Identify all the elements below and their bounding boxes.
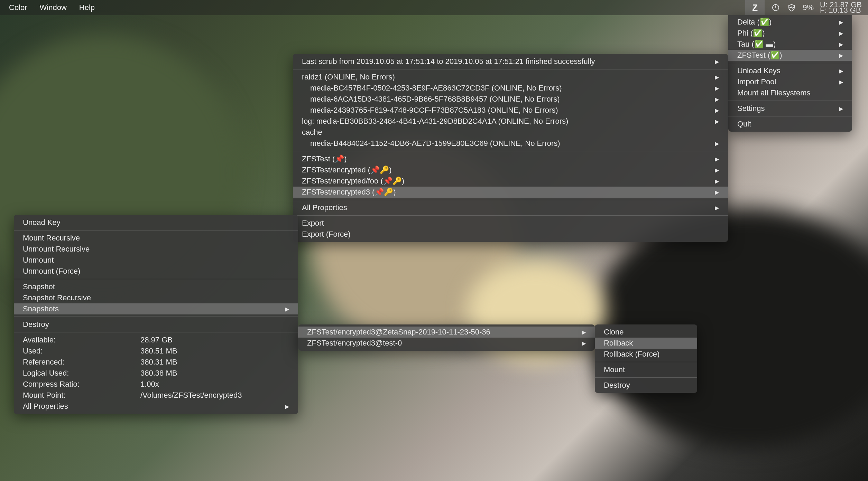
disk-free-label: F: (820, 8, 827, 13)
all-properties[interactable]: All Properties▶ (293, 202, 728, 213)
menu-label: Import Pool (737, 77, 776, 86)
menubar-left: Color Window Help (3, 0, 101, 15)
chevron-right-icon: ▶ (825, 52, 843, 59)
menu-label: Export (302, 219, 324, 228)
dataset-label: ZFSTest (📌) (302, 154, 347, 163)
snapshots[interactable]: Snapshots▶ (14, 303, 298, 314)
menu-separator (728, 63, 852, 63)
vdev-disk[interactable]: media-6ACA15D3-4381-465D-9B66-5F768B8B94… (293, 94, 728, 105)
quit[interactable]: Quit (728, 119, 852, 130)
snapshot-action-menu: Clone Rollback Rollback (Force) Mount De… (595, 324, 697, 393)
import-pool[interactable]: Import Pool▶ (728, 76, 852, 87)
menu-label: Unmount Recursive (23, 245, 90, 254)
dataset-label: ZFSTest/encrypted/foo (📌🔑) (302, 177, 404, 186)
pool-detail-menu: Last scrub from 2019.10.05 at 17:51:14 t… (293, 54, 728, 242)
vdev-cache[interactable]: cache (293, 127, 728, 138)
prop-value: 1.00x (140, 380, 159, 389)
menu-separator (595, 362, 697, 362)
power-icon[interactable] (771, 3, 781, 12)
destroy[interactable]: Destroy (595, 380, 697, 391)
pool-label: Phi (✅) (737, 29, 765, 38)
menu-separator (14, 332, 298, 332)
menu-label: Clone (604, 328, 624, 337)
mount[interactable]: Mount (595, 364, 697, 375)
dataset-encrypted[interactable]: ZFSTest/encrypted (📌🔑)▶ (293, 164, 728, 176)
pool-label: ZFSTest (✅) (737, 51, 782, 60)
chevron-right-icon: ▶ (701, 167, 719, 173)
vdev-label: raidz1 (ONLINE, No Errors) (302, 73, 395, 82)
battery-percent: 9% (803, 3, 814, 12)
menu-help[interactable]: Help (73, 0, 101, 15)
menubar: Color Window Help Z 9% U:21.87 GB F:10.1… (0, 0, 868, 15)
mount-all-filesystems[interactable]: Mount all Filesystems (728, 87, 852, 98)
prop-label: Logical Used: (23, 369, 140, 378)
z-status-icon[interactable]: Z (745, 0, 765, 15)
unload-key[interactable]: Unoad Key (14, 217, 298, 228)
vdev-label: media-B4484024-1152-4DB6-AE7D-1599E80E3C… (310, 139, 560, 148)
vdev-raidz1[interactable]: raidz1 (ONLINE, No Errors)▶ (293, 72, 728, 83)
scrub-status[interactable]: Last scrub from 2019.10.05 at 17:51:14 t… (293, 56, 728, 67)
shield-icon[interactable] (787, 3, 796, 12)
pool-label: Delta (✅) (737, 18, 772, 27)
pool-item-phi[interactable]: Phi (✅)▶ (728, 28, 852, 39)
menu-label: Unmount (23, 256, 54, 265)
chevron-right-icon: ▶ (701, 58, 719, 65)
vdev-cache-disk[interactable]: media-B4484024-1152-4DB6-AE7D-1599E80E3C… (293, 138, 728, 149)
menu-window[interactable]: Window (34, 0, 73, 15)
clone[interactable]: Clone (595, 327, 697, 338)
snapshot-item[interactable]: ZFSTest/encrypted3@test-0▶ (298, 338, 595, 349)
destroy[interactable]: Destroy (14, 319, 298, 330)
pool-item-delta[interactable]: Delta (✅)▶ (728, 17, 852, 28)
vdev-label: log: media-EB30BB33-2484-4B41-A431-29D8B… (302, 117, 568, 126)
prop-label: Mount Point: (23, 391, 140, 400)
snapshots-menu: ZFSTest/encrypted3@ZetaSnap-2019-10-11-2… (298, 324, 595, 351)
dataset-menu: Unoad Key Mount Recursive Unmount Recurs… (14, 215, 298, 414)
snapshot[interactable]: Snapshot (14, 281, 298, 292)
snapshot-recursive[interactable]: Snapshot Recursive (14, 292, 298, 303)
export-force[interactable]: Export (Force) (293, 229, 728, 240)
pool-item-zfstest[interactable]: ZFSTest (✅)▶ (728, 50, 852, 61)
prop-label: Available: (23, 336, 140, 345)
snapshot-item[interactable]: ZFSTest/encrypted3@ZetaSnap-2019-10-11-2… (298, 327, 595, 338)
menu-label: Unload Keys (737, 66, 781, 75)
chevron-right-icon: ▶ (271, 306, 289, 312)
vdev-disk[interactable]: media-BC457B4F-0502-4253-8E9F-AE863C72CD… (293, 83, 728, 94)
snapshot-label: ZFSTest/encrypted3@test-0 (307, 339, 402, 348)
vdev-disk[interactable]: media-24393765-F819-4748-9CCF-F73B87C5A1… (293, 105, 728, 116)
snapshot-label: ZFSTest/encrypted3@ZetaSnap-2019-10-11-2… (307, 328, 490, 337)
menu-color[interactable]: Color (3, 0, 34, 15)
menu-separator (14, 279, 298, 279)
menu-label: Snapshot Recursive (23, 293, 91, 302)
pools-menu: Delta (✅)▶ Phi (✅)▶ Tau (✅ ▬)▶ ZFSTest (… (728, 15, 852, 132)
pool-label: Tau (✅ ▬) (737, 40, 776, 49)
menu-label: Unmount (Force) (23, 267, 80, 276)
menu-label: Rollback (Force) (604, 350, 659, 359)
mount-recursive[interactable]: Mount Recursive (14, 233, 298, 244)
dataset-encrypted-foo[interactable]: ZFSTest/encrypted/foo (📌🔑)▶ (293, 176, 728, 187)
vdev-label: media-24393765-F819-4748-9CCF-F73B87C5A1… (310, 106, 558, 115)
prop-label: Compress Ratio: (23, 380, 140, 389)
chevron-right-icon: ▶ (701, 85, 719, 92)
rollback[interactable]: Rollback (595, 338, 697, 349)
unmount[interactable]: Unmount (14, 255, 298, 266)
settings[interactable]: Settings▶ (728, 103, 852, 114)
prop-value: 380.31 MB (140, 358, 177, 367)
export[interactable]: Export (293, 218, 728, 229)
unmount-force[interactable]: Unmount (Force) (14, 266, 298, 277)
chevron-right-icon: ▶ (568, 329, 586, 336)
vdev-log[interactable]: log: media-EB30BB33-2484-4B41-A431-29D8B… (293, 116, 728, 127)
chevron-right-icon: ▶ (568, 340, 586, 347)
dataset-encrypted3[interactable]: ZFSTest/encrypted3 (📌🔑)▶ (293, 187, 728, 198)
chevron-right-icon: ▶ (825, 105, 843, 112)
all-properties[interactable]: All Properties▶ (14, 401, 298, 412)
pool-item-tau[interactable]: Tau (✅ ▬)▶ (728, 39, 852, 50)
unload-keys[interactable]: Unload Keys▶ (728, 65, 852, 76)
menu-label: Destroy (23, 320, 49, 329)
menu-label: Quit (737, 120, 751, 129)
menu-label: Destroy (604, 381, 630, 390)
chevron-right-icon: ▶ (271, 403, 289, 410)
unmount-recursive[interactable]: Unmount Recursive (14, 244, 298, 255)
menu-separator (293, 69, 728, 69)
rollback-force[interactable]: Rollback (Force) (595, 349, 697, 360)
dataset-zfstest[interactable]: ZFSTest (📌)▶ (293, 153, 728, 164)
